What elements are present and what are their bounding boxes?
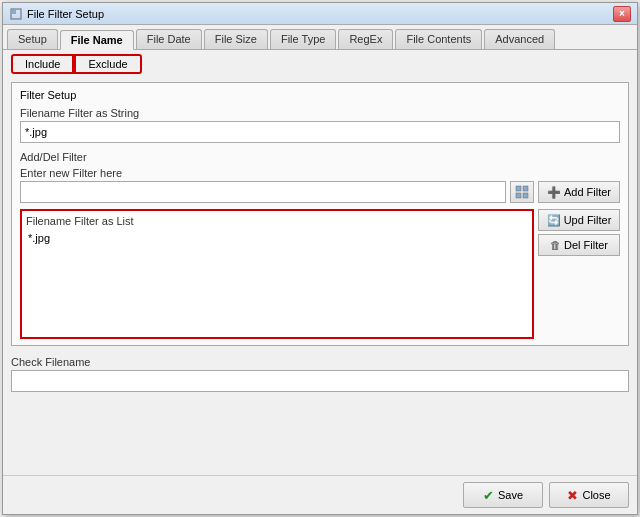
- add-del-title: Add/Del Filter: [20, 151, 620, 163]
- filter-list-row: Filename Filter as List *.jpg 🔄 Upd Filt…: [20, 209, 620, 339]
- new-filter-input[interactable]: [20, 181, 506, 203]
- grid-icon-button[interactable]: [510, 181, 534, 203]
- filter-list-title: Filename Filter as List: [26, 215, 528, 227]
- check-filename-label: Check Filename: [11, 356, 629, 368]
- upd-filter-icon: 🔄: [547, 214, 561, 227]
- window-close-button[interactable]: ×: [613, 6, 631, 22]
- del-filter-label: Del Filter: [564, 239, 608, 251]
- filter-list-section: Filename Filter as List *.jpg 🔄 Upd Filt…: [20, 209, 620, 339]
- bottom-bar: ✔ Save ✖ Close: [3, 475, 637, 514]
- window-title: File Filter Setup: [27, 8, 104, 20]
- save-button[interactable]: ✔ Save: [463, 482, 543, 508]
- filter-list-box[interactable]: Filename Filter as List *.jpg: [20, 209, 534, 339]
- window-icon: [9, 7, 23, 21]
- add-filter-button[interactable]: ➕ Add Filter: [538, 181, 620, 203]
- upd-filter-label: Upd Filter: [564, 214, 612, 226]
- sub-tab-include[interactable]: Include: [11, 54, 74, 74]
- svg-rect-3: [523, 186, 528, 191]
- list-item[interactable]: *.jpg: [26, 231, 528, 245]
- content-area: Filter Setup Filename Filter as String A…: [3, 78, 637, 475]
- filter-setup-title: Filter Setup: [20, 89, 620, 101]
- tab-regex[interactable]: RegEx: [338, 29, 393, 49]
- title-bar: File Filter Setup ×: [3, 3, 637, 25]
- tab-filename[interactable]: File Name: [60, 30, 134, 50]
- tab-filesize[interactable]: File Size: [204, 29, 268, 49]
- svg-rect-2: [516, 186, 521, 191]
- tab-filecontents[interactable]: File Contents: [395, 29, 482, 49]
- add-filter-label: Add Filter: [564, 186, 611, 198]
- title-bar-left: File Filter Setup: [9, 7, 104, 21]
- tab-filetype[interactable]: File Type: [270, 29, 336, 49]
- add-filter-icon: ➕: [547, 186, 561, 199]
- del-filter-icon: 🗑: [550, 239, 561, 251]
- save-icon: ✔: [483, 488, 494, 503]
- del-filter-button[interactable]: 🗑 Del Filter: [538, 234, 620, 256]
- new-filter-label: Enter new Filter here: [20, 167, 620, 179]
- svg-rect-4: [516, 193, 521, 198]
- tab-bar: Setup File Name File Date File Size File…: [3, 25, 637, 50]
- filename-filter-string-input[interactable]: [20, 121, 620, 143]
- filter-btn-col: 🔄 Upd Filter 🗑 Del Filter: [538, 209, 620, 256]
- svg-rect-5: [523, 193, 528, 198]
- add-del-row: ➕ Add Filter: [20, 181, 620, 203]
- filter-setup-section: Filter Setup Filename Filter as String A…: [11, 82, 629, 346]
- tab-filedate[interactable]: File Date: [136, 29, 202, 49]
- svg-rect-1: [12, 10, 16, 14]
- check-filename-input[interactable]: [11, 370, 629, 392]
- filename-filter-string-label: Filename Filter as String: [20, 107, 620, 119]
- add-del-section: Add/Del Filter Enter new Filter here ➕: [20, 151, 620, 203]
- sub-tab-exclude[interactable]: Exclude: [74, 54, 141, 74]
- upd-filter-button[interactable]: 🔄 Upd Filter: [538, 209, 620, 231]
- save-label: Save: [498, 489, 523, 501]
- close-button[interactable]: ✖ Close: [549, 482, 629, 508]
- main-window: File Filter Setup × Setup File Name File…: [2, 2, 638, 515]
- close-icon: ✖: [567, 488, 578, 503]
- tab-advanced[interactable]: Advanced: [484, 29, 555, 49]
- check-section: Check Filename: [11, 356, 629, 392]
- tab-setup[interactable]: Setup: [7, 29, 58, 49]
- close-label: Close: [582, 489, 610, 501]
- sub-tab-bar: Include Exclude: [3, 50, 637, 78]
